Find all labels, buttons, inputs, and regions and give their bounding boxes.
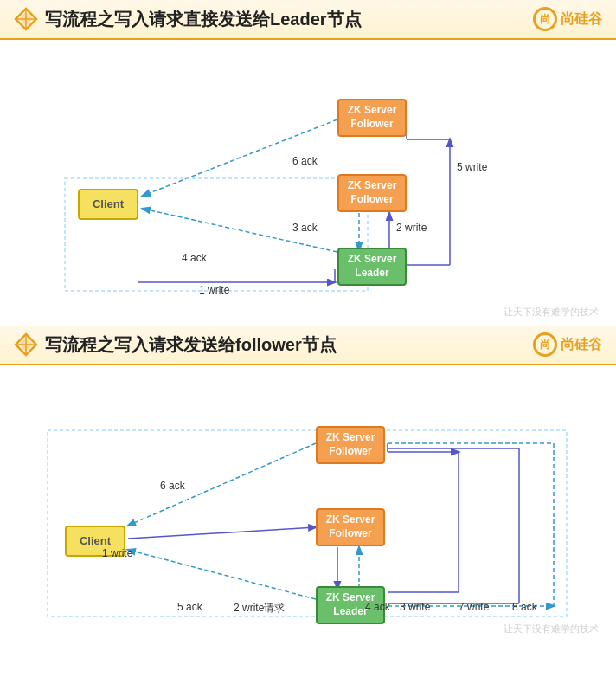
diagram-svg-1 [0,40,616,326]
watermark-1: 让天下没有难学的技术 [504,306,599,319]
section-1: 写流程之写入请求直接发送给Leader节点 尚 尚硅谷 [0,0,616,326]
label-2write: 2 write [396,222,427,234]
follower1-label-1: ZK ServerFollower [348,104,397,131]
watermark-2: 让天下没有难学的技术 [504,623,599,636]
client-label-1: Client [93,197,124,212]
diagram-2: Client ZK ServerFollower ZK ServerFollow… [0,365,616,642]
label-1write-2: 1 write [102,547,132,559]
logo-2: 尚 尚硅谷 [533,332,602,357]
leader-label-1: ZK ServerLeader [348,253,397,280]
label-5write: 5 write [457,161,487,173]
title-text-2: 写流程之写入请求发送给follower节点 [45,333,337,357]
diamond-icon-2 [14,332,38,357]
header-title-1: 写流程之写入请求直接发送给Leader节点 [14,7,362,31]
follower2-node-2: ZK ServerFollower [316,508,385,546]
label-6ack-2: 6 ack [160,480,185,492]
svg-line-34 [128,550,316,599]
label-1write: 1 write [199,284,229,296]
label-4ack: 4 ack [182,252,207,264]
follower2-label-1: ZK ServerFollower [348,179,397,206]
header-bar-1: 写流程之写入请求直接发送给Leader节点 尚 尚硅谷 [0,0,616,40]
label-3write-2: 3 write [400,601,430,613]
follower2-label-2: ZK ServerFollower [326,513,375,540]
title-text-1: 写流程之写入请求直接发送给Leader节点 [45,8,362,31]
leader-node-1: ZK ServerLeader [337,248,407,286]
diamond-icon [14,7,38,31]
label-6ack: 6 ack [292,155,318,167]
label-5ack-2: 5 ack [177,601,202,613]
svg-line-20 [128,527,316,539]
label-8ack-2: 8 ack [512,601,537,613]
follower1-node-1: ZK ServerFollower [337,99,407,137]
logo-circle-1: 尚 [533,7,557,31]
diagram-1: Client ZK ServerFollower ZK ServerFollow… [0,40,616,326]
logo-circle-2: 尚 [533,332,557,357]
label-2write-2: 2 write请求 [234,601,285,616]
header-title-2: 写流程之写入请求发送给follower节点 [14,332,337,357]
follower1-node-2: ZK ServerFollower [316,426,385,464]
logo-1: 尚 尚硅谷 [533,7,602,31]
logo-text-1: 尚硅谷 [561,10,602,29]
label-3ack: 3 ack [292,222,318,234]
client-label-2: Client [80,534,111,549]
follower2-node-1: ZK ServerFollower [337,174,407,212]
header-bar-2: 写流程之写入请求发送给follower节点 尚 尚硅谷 [0,326,616,365]
client-node-1: Client [78,189,138,220]
label-7write-2: 7 write [459,601,489,613]
section-2: 写流程之写入请求发送给follower节点 尚 尚硅谷 [0,326,616,642]
svg-rect-19 [48,430,567,616]
label-4ack-2: 4 ack [365,601,390,613]
follower1-label-2: ZK ServerFollower [326,431,375,458]
logo-text-2: 尚硅谷 [561,336,602,354]
svg-line-21 [128,443,316,526]
